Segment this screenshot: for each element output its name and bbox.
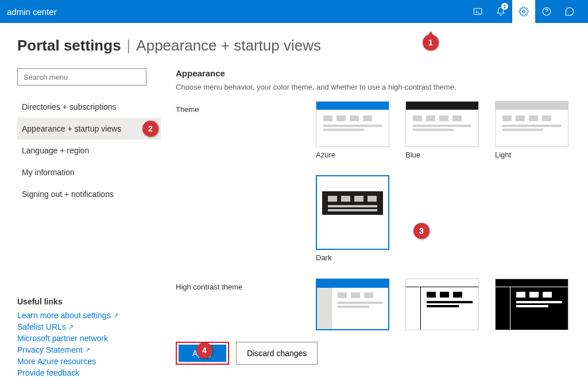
page-subtitle: Appearance + startup views [136, 37, 321, 55]
sidebar-item-signout[interactable]: Signing out + notifications [17, 183, 161, 205]
link-learn-more[interactable]: Learn more about settings↗ [17, 310, 156, 321]
content-area: Appearance Choose menu behavior, your co… [167, 68, 588, 379]
external-link-icon: ↗ [113, 310, 118, 321]
link-partner[interactable]: Microsoft partner network [17, 333, 156, 344]
app-title: admin center [7, 7, 466, 17]
theme-option-dark[interactable]: Dark [316, 175, 389, 262]
help-icon[interactable] [535, 0, 558, 23]
hc-theme-option-2[interactable] [405, 279, 479, 330]
hc-theme-option-3[interactable] [495, 279, 568, 330]
sidebar-nav: Directories + subscriptions Appearance +… [17, 96, 156, 205]
link-resources[interactable]: More Azure resources [17, 356, 156, 367]
page-title: Portal settings [17, 37, 121, 55]
useful-links: Useful links Learn more about settings↗ … [17, 297, 156, 379]
link-safelist[interactable]: Safelist URLs↗ [17, 321, 156, 333]
callout-2: 2 [142, 121, 158, 137]
top-header: admin center 1 [0, 0, 588, 23]
high-contrast-grid [316, 279, 588, 330]
notification-badge: 1 [501, 3, 508, 10]
discard-button[interactable]: Discard changes [236, 342, 318, 365]
search-input[interactable] [17, 68, 146, 86]
action-buttons: Apply Discard changes [176, 342, 588, 365]
sidebar-item-my-info[interactable]: My information [17, 161, 161, 183]
callout-1: 1 [423, 34, 439, 51]
notifications-icon[interactable]: 1 [489, 0, 512, 23]
theme-option-azure[interactable]: Azure [316, 101, 389, 159]
cloud-shell-icon[interactable] [466, 0, 489, 23]
hc-theme-option-1[interactable] [316, 279, 389, 330]
external-link-icon: ↗ [68, 321, 74, 333]
theme-option-blue[interactable]: Blue [405, 101, 479, 159]
callout-4: 4 [196, 342, 212, 358]
svg-point-1 [523, 10, 525, 13]
useful-links-title: Useful links [17, 297, 156, 306]
title-separator: | [127, 37, 131, 55]
link-privacy[interactable]: Privacy Statement↗ [17, 344, 156, 356]
header-icons: 1 [466, 0, 581, 23]
sidebar: Directories + subscriptions Appearance +… [0, 68, 167, 379]
appearance-description: Choose menu behavior, your color theme, … [176, 83, 588, 91]
page-title-bar: Portal settings | Appearance + startup v… [0, 23, 588, 68]
settings-icon[interactable] [512, 0, 535, 23]
sidebar-item-appearance[interactable]: Appearance + startup views [17, 118, 161, 140]
theme-option-light[interactable]: Light [495, 101, 568, 159]
external-link-icon: ↗ [85, 344, 90, 356]
feedback-icon[interactable] [558, 0, 581, 23]
callout-3: 3 [413, 223, 430, 239]
svg-rect-0 [474, 9, 482, 15]
sidebar-item-language[interactable]: Language + region [17, 140, 161, 161]
theme-grid: Azure Blue Light Dark [316, 101, 588, 262]
sidebar-item-directories[interactable]: Directories + subscriptions [17, 96, 161, 118]
link-feedback[interactable]: Provide feedback [17, 367, 156, 379]
appearance-heading: Appearance [176, 68, 588, 78]
